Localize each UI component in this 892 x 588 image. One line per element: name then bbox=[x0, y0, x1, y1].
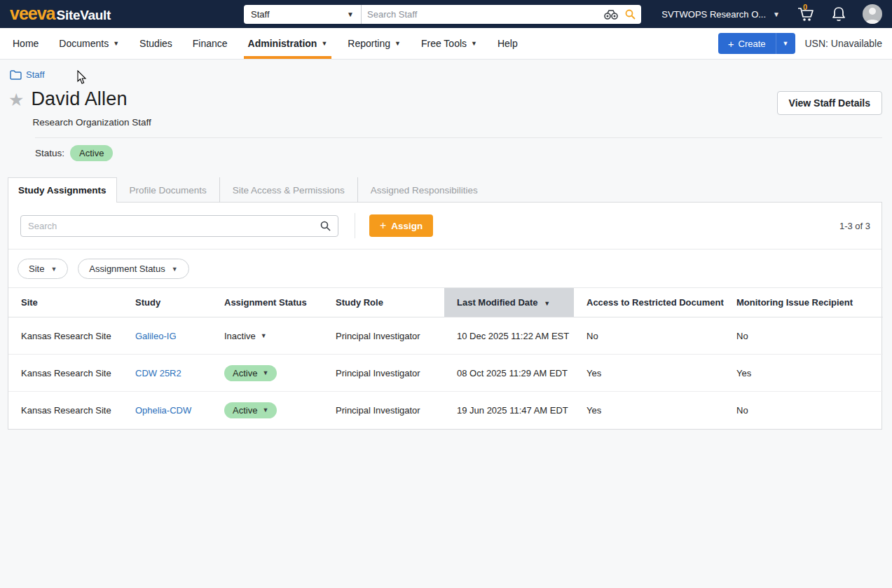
global-search-bar: Staff ▼ bbox=[244, 5, 641, 24]
veeva-sitevault-logo[interactable]: veeva SiteVault bbox=[10, 5, 111, 23]
study-link[interactable]: Galileo-IG bbox=[135, 331, 177, 341]
table-header-row: Site Study Assignment Status Study Role … bbox=[8, 288, 883, 317]
nav-label: Help bbox=[498, 38, 518, 49]
study-assignments-panel: + Assign 1-3 of 3 Site ▼ Assignment Stat… bbox=[8, 202, 882, 430]
favorite-star-icon[interactable]: ★ bbox=[8, 91, 24, 109]
column-header-last-modified-date[interactable]: Last Modified Date ▼ bbox=[444, 288, 574, 317]
chevron-down-icon: ▼ bbox=[262, 406, 268, 413]
column-header-assignment-status[interactable]: Assignment Status bbox=[212, 288, 323, 317]
assignment-status-dropdown[interactable]: Active ▼ bbox=[224, 402, 277, 418]
assignment-status-dropdown[interactable]: Inactive ▼ bbox=[224, 331, 267, 341]
global-search-field bbox=[362, 5, 641, 24]
nav-label: Studies bbox=[139, 38, 172, 49]
assignment-status-value: Active bbox=[233, 368, 257, 378]
tab-assigned-responsibilities[interactable]: Assigned Responsibilities bbox=[357, 177, 490, 203]
filters-row: Site ▼ Assignment Status ▼ bbox=[8, 249, 881, 287]
assignment-status-dropdown[interactable]: Active ▼ bbox=[224, 365, 277, 381]
nav-item-studies[interactable]: Studies bbox=[139, 28, 172, 59]
study-link[interactable]: CDW 25R2 bbox=[135, 368, 181, 378]
org-context-value: SVTWOPS Research O... bbox=[661, 9, 766, 20]
panel-toolbar: + Assign 1-3 of 3 bbox=[8, 203, 881, 249]
org-context-select[interactable]: SVTWOPS Research O... ▼ bbox=[661, 9, 780, 20]
create-button[interactable]: + Create bbox=[718, 33, 776, 54]
table-row: Kansas Research Site Galileo-IG Inactive… bbox=[8, 317, 883, 355]
nav-item-reporting[interactable]: Reporting ▼ bbox=[348, 28, 401, 59]
nav-label: Documents bbox=[59, 38, 109, 49]
study-link[interactable]: Ophelia-CDW bbox=[135, 405, 191, 416]
nav-label: Home bbox=[13, 38, 39, 49]
column-header-study-role[interactable]: Study Role bbox=[323, 288, 444, 317]
assign-button[interactable]: + Assign bbox=[369, 214, 433, 237]
cart-button[interactable]: 0 bbox=[797, 6, 815, 22]
cell-site: Kansas Research Site bbox=[8, 392, 123, 429]
cell-study-role: Principal Investigator bbox=[323, 355, 444, 392]
record-type-label: Research Organization Staff bbox=[32, 117, 151, 128]
advanced-search-binoculars-icon[interactable] bbox=[604, 10, 618, 20]
chevron-down-icon: ▼ bbox=[262, 369, 268, 376]
column-header-study[interactable]: Study bbox=[123, 288, 212, 317]
column-header-monitoring-issue-recipient[interactable]: Monitoring Issue Recipient bbox=[724, 288, 883, 317]
cell-monitoring-recipient: No bbox=[724, 317, 883, 355]
assignments-search-input[interactable] bbox=[28, 221, 320, 231]
status-row: Status: Active bbox=[35, 145, 892, 161]
user-avatar[interactable] bbox=[863, 4, 882, 24]
sort-descending-icon: ▼ bbox=[544, 300, 550, 307]
chevron-down-icon: ▼ bbox=[783, 40, 789, 47]
cell-monitoring-recipient: No bbox=[724, 392, 883, 429]
search-scope-select[interactable]: Staff ▼ bbox=[244, 5, 362, 24]
create-split-button: + Create ▼ bbox=[718, 33, 795, 54]
nav-item-free-tools[interactable]: Free Tools ▼ bbox=[421, 28, 477, 59]
tabs-area: Study Assignments Profile Documents Site… bbox=[8, 177, 882, 430]
tab-profile-documents[interactable]: Profile Documents bbox=[117, 177, 219, 203]
nav-item-home[interactable]: Home bbox=[13, 28, 39, 59]
nav-label: Free Tools bbox=[421, 38, 467, 49]
nav-items: Home Documents ▼ Studies Finance Adminis… bbox=[13, 28, 518, 59]
nav-item-finance[interactable]: Finance bbox=[193, 28, 228, 59]
column-header-site[interactable]: Site bbox=[8, 288, 123, 317]
assignment-status-value: Inactive bbox=[224, 331, 256, 341]
filter-assignment-status[interactable]: Assignment Status ▼ bbox=[78, 259, 188, 279]
filter-label: Assignment Status bbox=[89, 264, 165, 274]
nav-label: Finance bbox=[193, 38, 228, 49]
topbar-right-cluster: SVTWOPS Research O... ▼ 0 bbox=[661, 4, 882, 24]
chevron-down-icon: ▼ bbox=[261, 332, 267, 339]
table-row: Kansas Research Site Ophelia-CDW Active … bbox=[8, 392, 883, 429]
nav-item-documents[interactable]: Documents ▼ bbox=[59, 28, 119, 59]
toolbar-divider bbox=[355, 213, 355, 238]
global-search-input[interactable] bbox=[367, 9, 597, 20]
cell-last-modified: 19 Jun 2025 11:47 AM EDT bbox=[444, 392, 574, 429]
assignment-status-value: Active bbox=[233, 405, 257, 416]
search-scope-value: Staff bbox=[251, 9, 270, 20]
nav-item-administration[interactable]: Administration ▼ bbox=[248, 28, 328, 59]
plus-icon: + bbox=[728, 38, 734, 50]
cell-study-role: Principal Investigator bbox=[323, 392, 444, 429]
nav-label: Administration bbox=[248, 38, 317, 49]
folder-icon bbox=[10, 70, 22, 80]
search-icon[interactable] bbox=[320, 221, 331, 231]
veeva-logo-text: veeva bbox=[10, 5, 55, 22]
status-badge: Active bbox=[70, 145, 113, 161]
tab-bar: Study Assignments Profile Documents Site… bbox=[8, 177, 882, 203]
tab-study-assignments[interactable]: Study Assignments bbox=[8, 177, 117, 203]
column-header-restricted-documents[interactable]: Access to Restricted Documents? bbox=[574, 288, 724, 317]
breadcrumb-staff-link[interactable]: Staff bbox=[26, 69, 45, 80]
bell-icon bbox=[832, 6, 846, 22]
cell-study-role: Principal Investigator bbox=[323, 317, 444, 355]
cell-restricted-access: No bbox=[574, 317, 724, 355]
nav-item-help[interactable]: Help bbox=[498, 28, 518, 59]
search-icon[interactable] bbox=[625, 9, 636, 20]
header-divider bbox=[35, 137, 882, 138]
panel-search-box bbox=[20, 215, 338, 237]
primary-nav-bar: Home Documents ▼ Studies Finance Adminis… bbox=[0, 28, 892, 60]
tab-site-access-permissions[interactable]: Site Access & Permissions bbox=[219, 177, 357, 203]
create-button-label: Create bbox=[739, 39, 766, 49]
cell-restricted-access: Yes bbox=[574, 355, 724, 392]
notifications-button[interactable] bbox=[832, 6, 846, 22]
study-assignments-table: Site Study Assignment Status Study Role … bbox=[8, 287, 883, 429]
record-header: ★ David Allen Research Organization Staf… bbox=[0, 80, 892, 128]
create-dropdown-button[interactable]: ▼ bbox=[776, 33, 795, 54]
filter-site[interactable]: Site ▼ bbox=[18, 259, 68, 279]
sitevault-logo-text: SiteVault bbox=[57, 8, 111, 23]
view-staff-details-button[interactable]: View Staff Details bbox=[777, 91, 882, 115]
cell-last-modified: 08 Oct 2025 11:29 AM EDT bbox=[444, 355, 574, 392]
